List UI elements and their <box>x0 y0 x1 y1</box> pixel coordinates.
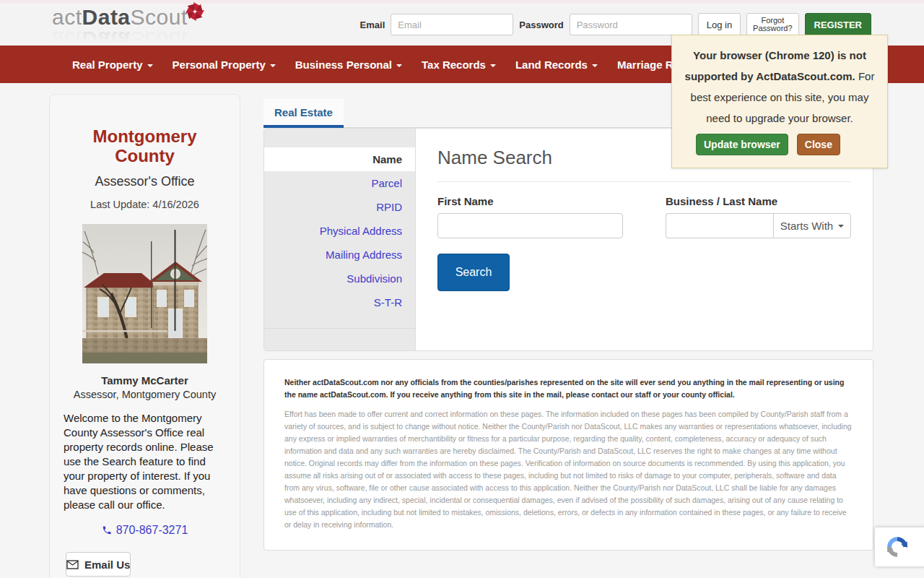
county-title: Montgomery County <box>80 126 210 165</box>
disclaimer-legal: Effort has been made to offer current an… <box>284 408 853 531</box>
update-browser-button[interactable]: Update browser <box>696 134 788 155</box>
nav-real-property[interactable]: Real Property <box>72 59 153 71</box>
nav-personal-property[interactable]: Personal Property <box>173 59 276 71</box>
chevron-down-icon <box>396 64 402 67</box>
register-button[interactable]: REGISTER <box>805 13 871 36</box>
site-logo[interactable]: actDataScout actDataScout <box>52 5 188 30</box>
chevron-down-icon <box>490 64 496 67</box>
close-warning-button[interactable]: Close <box>797 134 840 155</box>
email-field[interactable] <box>391 14 513 35</box>
nav-tax-records[interactable]: Tax Records <box>422 59 496 71</box>
chevron-down-icon <box>592 64 598 67</box>
search-type-rpid[interactable]: RPID <box>264 195 415 219</box>
browser-warning-popup: Your browser (Chrome 120) is not support… <box>671 35 888 168</box>
phone-icon <box>102 525 112 535</box>
search-type-list: Name Parcel RPID Physical Address Mailin… <box>264 129 416 350</box>
recaptcha-badge[interactable] <box>875 527 924 566</box>
divider <box>437 181 851 182</box>
recaptcha-icon <box>885 535 910 559</box>
chevron-down-icon <box>270 64 276 67</box>
email-us-button[interactable]: Email Us <box>66 552 131 577</box>
browser-warning-text: Your browser (Chrome 120) is not support… <box>684 45 876 129</box>
disclaimer-warning: Neither actDataScout.com nor any officia… <box>284 376 853 401</box>
envelope-icon <box>66 560 79 569</box>
chevron-down-icon <box>838 225 844 228</box>
login-bar: Email Password Log in ForgotPassword? RE… <box>360 13 871 36</box>
search-type-str[interactable]: S-T-R <box>264 290 415 314</box>
login-button[interactable]: Log in <box>698 13 741 36</box>
nav-land-records[interactable]: Land Records <box>515 59 598 71</box>
disclaimer-panel: Neither actDataScout.com nor any officia… <box>263 359 873 551</box>
welcome-text: Welcome to the Montgomery County Assesso… <box>64 411 226 512</box>
search-type-parcel[interactable]: Parcel <box>264 171 415 195</box>
office-subtitle: Assessor's Office <box>50 174 240 189</box>
logo-text: actDataScout <box>52 5 188 29</box>
search-type-name[interactable]: Name <box>264 147 415 171</box>
last-name-label: Business / Last Name <box>666 195 851 207</box>
last-name-group: Business / Last Name Starts With <box>666 195 851 238</box>
tab-real-estate[interactable]: Real Estate <box>263 99 344 128</box>
password-field[interactable] <box>570 14 692 35</box>
last-name-input[interactable] <box>666 213 773 238</box>
search-type-physical-address[interactable]: Physical Address <box>264 219 415 243</box>
nav-business-personal[interactable]: Business Personal <box>295 59 402 71</box>
email-label: Email <box>360 20 385 30</box>
search-type-subdivision[interactable]: Subdivision <box>264 267 415 290</box>
phone-link[interactable]: 870-867-3271 <box>102 524 188 537</box>
courthouse-photo <box>82 224 207 363</box>
search-type-mailing-address[interactable]: Mailing Address <box>264 243 415 267</box>
assessor-name: Tammy McCarter <box>50 374 240 387</box>
forgot-password-button[interactable]: ForgotPassword? <box>746 13 798 36</box>
chevron-down-icon <box>147 64 153 67</box>
browser-warning-buttons: Update browser Close <box>684 134 876 155</box>
first-name-group: First Name <box>437 195 623 238</box>
assessor-title: Assessor, Montgomery County <box>50 389 240 400</box>
match-type-dropdown[interactable]: Starts With <box>773 213 851 238</box>
county-sidebar: Montgomery County Assessor's Office Last… <box>49 94 240 578</box>
search-button[interactable]: Search <box>437 254 510 291</box>
pinwheel-logo-icon <box>183 0 206 23</box>
divider <box>264 328 415 329</box>
password-label: Password <box>519 20 563 30</box>
last-update: Last Update: 4/16/2026 <box>50 199 240 210</box>
first-name-label: First Name <box>437 195 623 207</box>
first-name-input[interactable] <box>437 213 623 238</box>
